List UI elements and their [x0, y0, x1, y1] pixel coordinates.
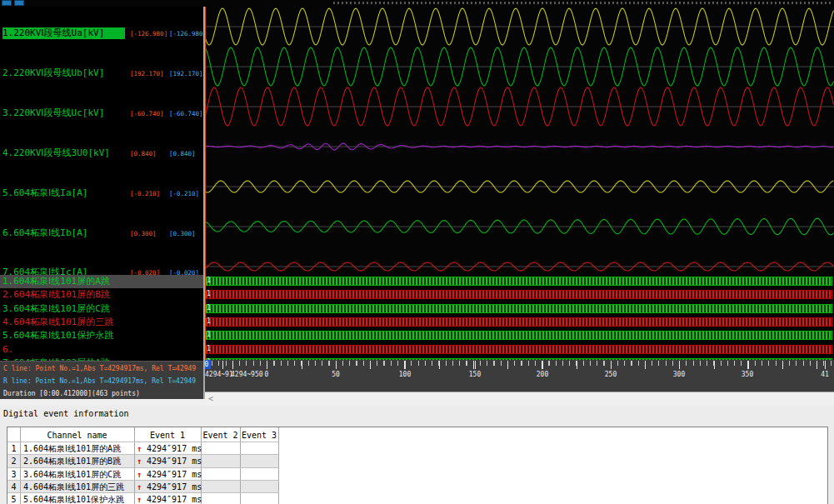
ref-value: [-126.980] [169, 30, 203, 38]
rising-edge-icon: ↑ [137, 456, 142, 467]
rising-edge-icon: ↑ [137, 482, 142, 492]
r-line-status: R line: Point No.=1,Abs T=4294917ms, Rel… [3, 377, 203, 387]
time-axis-label: 300 [673, 371, 685, 379]
time-axis[interactable]: 4294~914294~95005010015020025030035041 0 [205, 360, 834, 392]
channel-label: 5.604柘泉Ⅰ线Ia[A] [2, 187, 87, 198]
time-axis-label: 0 [265, 371, 269, 379]
waveform-area[interactable]: 1111111 [205, 7, 834, 360]
rising-edge-icon: ↑ [137, 469, 142, 480]
channel-label: 3.220KVⅠ段母线Uc[kV] [2, 107, 104, 118]
analog-channel-row[interactable]: 3.220KVⅠ段母线Uc[kV] [-60.740] [-60.740] [2, 107, 203, 119]
rising-edge-icon: ↑ [137, 494, 142, 504]
digital-state-label: 1 [207, 331, 211, 339]
channel-label: 6.604柘泉Ⅰ线Ib[A] [2, 227, 87, 238]
digital-state-label: 1 [207, 277, 211, 285]
channel-name-cell: 5.604柘泉Ⅰ线101保护永跳 [23, 494, 124, 504]
channel-label: 1.220KVⅠ段母线Ua[kV] [2, 27, 125, 39]
digital-event-section: Digital event information Channel name E… [0, 406, 834, 504]
event-table: Channel name Event 1 Event 2 Event 3 1 1… [7, 427, 828, 504]
digital-waveform-bar: 1 [205, 277, 832, 286]
time-axis-label: 250 [605, 371, 617, 379]
digital-state-label: 1 [207, 317, 211, 326]
time-axis-label: 50 [332, 371, 340, 379]
digital-channel-row[interactable]: 4.604柘泉Ⅰ线101屏的三跳 [2, 317, 203, 328]
channel-label: 4.220KVⅠ段母线3U0[kV] [2, 147, 110, 158]
analog-channel-row[interactable]: 6.604柘泉Ⅰ线Ib[A] [0.300] [0.300] [2, 227, 203, 239]
ref-value: [192.170] [169, 70, 203, 78]
titlebar [0, 0, 834, 7]
time-axis-label: 41 [821, 371, 829, 379]
digital-channel-label: 6. [2, 344, 13, 355]
cursor-value: [-60.740] [130, 110, 164, 118]
channel-label: 2.220KVⅠ段母线Ub[kV] [2, 67, 104, 78]
column-header: Event 2 [201, 430, 240, 441]
digital-waveform-bar: 1 [205, 345, 832, 354]
channel-list-panel: 1.220KVⅠ段母线Ua[kV] [-126.980] [-126.980] … [0, 7, 203, 406]
time-axis-label: 150 [469, 371, 481, 379]
time-axis-label: 350 [742, 371, 753, 379]
analog-channel-row[interactable]: 1.220KVⅠ段母线Ua[kV] [-126.980] [-126.980] [2, 27, 203, 39]
digital-waveform-bar: 1 [205, 290, 832, 299]
digital-channel-label: 1.604柘泉Ⅰ线101屏的A跳 [2, 276, 110, 287]
toolbar-button-icon[interactable] [14, 0, 24, 6]
cursor-line[interactable] [205, 7, 206, 360]
titlebar-text-clipped [333, 2, 832, 4]
digital-state-label: 1 [207, 345, 211, 353]
event1-time: 4294″917 ms [147, 456, 202, 467]
ref-value: [0.840] [169, 150, 196, 158]
row-number: 1 [7, 443, 20, 454]
cursor-value: [0.300] [130, 230, 157, 238]
channel-name-cell: 3.604柘泉Ⅰ线101屏的C跳 [23, 469, 121, 480]
event1-time: 4294″917 ms [147, 494, 202, 504]
rising-edge-icon: ↑ [137, 443, 142, 454]
digital-channel-row[interactable]: 5.604柘泉Ⅰ线101保护永跳 [2, 330, 203, 342]
event1-time: 4294″917 ms [147, 469, 202, 480]
row-number: 5 [7, 494, 20, 504]
row-number: 2 [7, 456, 20, 467]
cursor-value: [0.840] [130, 150, 157, 158]
ref-value: [0.300] [169, 230, 196, 238]
channel-name-cell: 2.604柘泉Ⅰ线101屏的B跳 [23, 456, 121, 467]
cursor-value: [-126.980] [130, 30, 167, 38]
major-ticks [205, 361, 834, 369]
ref-value: [-60.740] [169, 110, 203, 118]
channel-name-cell: 1.604柘泉Ⅰ线101屏的A跳 [23, 443, 121, 454]
toolbar-button-icon[interactable] [2, 0, 12, 6]
event1-time: 4294″917 ms [147, 482, 202, 492]
analog-channel-row[interactable]: 2.220KVⅠ段母线Ub[kV] [192.170] [192.170] [2, 67, 203, 79]
column-header: Event 3 [240, 430, 278, 441]
cursor-position-flag[interactable]: 0 [205, 360, 211, 369]
horizontal-scrollbar[interactable]: < [205, 392, 834, 406]
column-header: Event 1 [134, 430, 201, 441]
digital-channel-row[interactable]: 2.604柘泉Ⅰ线101屏的B跳 [2, 289, 203, 301]
digital-waveform-bar: 1 [205, 317, 832, 327]
digital-channel-label: 3.604柘泉Ⅰ线101屏的C跳 [2, 303, 110, 314]
digital-channel-row[interactable]: 1.604柘泉Ⅰ线101屏的A跳 [2, 276, 203, 287]
row-number: 3 [7, 469, 20, 480]
duration-status: Duration [0:00.412000](463 points) [3, 389, 203, 399]
waveform-analysis-window: 1.220KVⅠ段母线Ua[kV] [-126.980] [-126.980] … [0, 0, 834, 504]
panel-bottom-fill [0, 399, 205, 406]
analog-channel-row[interactable]: 5.604柘泉Ⅰ线Ia[A] [-0.210] [-0.210] [2, 187, 203, 199]
section-title: Digital event information [3, 409, 129, 418]
time-axis-abs-label: 4294~950 [231, 371, 263, 379]
cursor-value: [192.170] [130, 70, 164, 78]
scroll-left-button[interactable]: < [208, 394, 213, 403]
digital-waveform-bar: 1 [205, 304, 832, 313]
row-number: 4 [7, 482, 20, 492]
digital-channel-row[interactable]: 6. [2, 344, 203, 356]
cursor-value: [-0.210] [130, 190, 160, 198]
time-axis-abs-label: 4294~91 [205, 371, 233, 379]
analog-waveforms [205, 7, 834, 275]
channel-name-cell: 4.604柘泉Ⅰ线101屏的三跳 [23, 482, 124, 492]
digital-state-label: 1 [207, 304, 211, 312]
digital-channel-row[interactable]: 3.604柘泉Ⅰ线101屏的C跳 [2, 303, 203, 315]
digital-waveform-bar: 1 [205, 331, 832, 340]
digital-channel-label: 4.604柘泉Ⅰ线101屏的三跳 [2, 317, 113, 327]
time-axis-label: 200 [537, 371, 548, 379]
c-line-status: C line: Point No.=1,Abs T=4294917ms, Rel… [3, 364, 203, 374]
digital-channel-label: 2.604柘泉Ⅰ线101屏的B跳 [2, 289, 110, 300]
digital-state-label: 1 [207, 290, 211, 298]
analog-channel-row[interactable]: 4.220KVⅠ段母线3U0[kV] [0.840] [0.840] [2, 147, 203, 159]
digital-channel-label: 5.604柘泉Ⅰ线101保护永跳 [2, 330, 113, 341]
